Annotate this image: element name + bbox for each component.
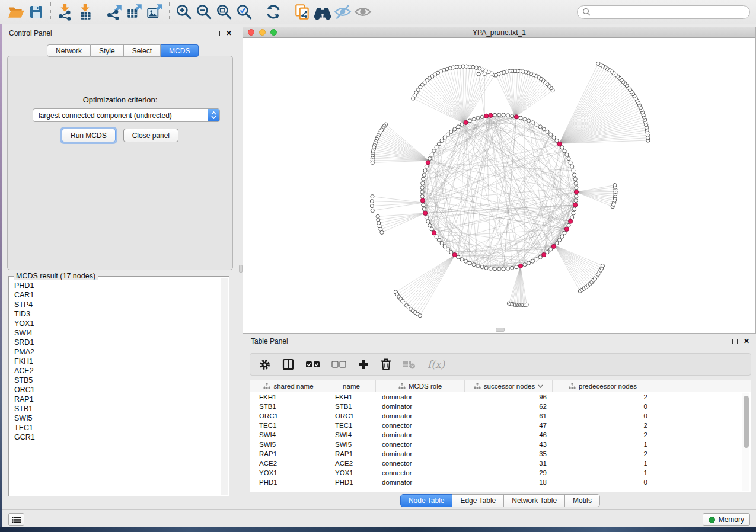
table-row[interactable]: TEC1TEC1connector472 (250, 421, 751, 430)
ring-node[interactable] (570, 165, 574, 168)
ring-node[interactable] (523, 117, 527, 121)
mcds-node[interactable] (426, 161, 430, 165)
ring-node[interactable] (421, 181, 425, 185)
table-row[interactable]: PHD1PHD1dominator180 (250, 477, 751, 487)
ring-node[interactable] (563, 149, 566, 153)
ring-node[interactable] (428, 223, 432, 227)
fan-node[interactable] (380, 230, 384, 234)
apply-preferred-layout-icon[interactable] (263, 2, 283, 22)
ring-node[interactable] (573, 207, 576, 211)
fan-node[interactable] (371, 209, 374, 212)
ring-node[interactable] (446, 133, 449, 136)
ring-node[interactable] (457, 255, 460, 259)
ring-node[interactable] (574, 181, 578, 185)
ring-node[interactable] (555, 242, 559, 245)
column-header-shared-name[interactable]: shared name (250, 380, 327, 392)
tab-network[interactable]: Network (47, 44, 91, 57)
ring-node[interactable] (435, 235, 438, 238)
table-scrollbar-thumb[interactable] (744, 396, 749, 448)
ring-node[interactable] (502, 113, 505, 117)
ring-node[interactable] (472, 117, 476, 121)
table-row[interactable]: RAP1RAP1dominator352 (250, 449, 751, 459)
mcds-result-item[interactable]: STB5 (9, 376, 220, 385)
ring-node[interactable] (511, 266, 514, 270)
import-network-icon[interactable] (55, 2, 75, 22)
ring-node[interactable] (484, 266, 488, 270)
tab-motifs[interactable]: Motifs (565, 494, 600, 507)
ring-node[interactable] (440, 139, 444, 142)
hide-selected-icon[interactable] (333, 2, 353, 22)
fan-node[interactable] (494, 73, 497, 77)
ring-node[interactable] (573, 173, 576, 177)
fan-node[interactable] (525, 303, 528, 306)
fan-node[interactable] (371, 161, 374, 164)
deselect-all-icon[interactable] (331, 360, 347, 369)
fan-node[interactable] (483, 72, 486, 75)
ring-node[interactable] (432, 149, 436, 153)
mcds-result-item[interactable]: SWI5 (9, 414, 220, 423)
search-input[interactable] (591, 8, 745, 16)
ring-node[interactable] (558, 238, 562, 242)
table-row[interactable]: SWI5SWI5connector431 (250, 440, 751, 449)
mcds-result-item[interactable]: YOX1 (9, 319, 220, 328)
mcds-node[interactable] (452, 252, 457, 257)
ring-node[interactable] (565, 153, 569, 156)
ring-node[interactable] (437, 142, 441, 146)
mcds-result-item[interactable]: STB1 (9, 404, 220, 414)
ring-node[interactable] (519, 116, 522, 120)
save-session-icon[interactable] (26, 2, 46, 22)
ring-node[interactable] (523, 263, 527, 267)
ring-node[interactable] (435, 146, 438, 149)
ring-node[interactable] (440, 242, 444, 245)
mcds-result-item[interactable]: RAP1 (9, 395, 220, 404)
zoom-out-icon[interactable] (194, 2, 214, 22)
mcds-result-item[interactable]: STP4 (9, 300, 220, 309)
ring-node[interactable] (575, 194, 578, 198)
ring-node[interactable] (542, 127, 546, 131)
ring-node[interactable] (468, 119, 471, 123)
mcds-node[interactable] (464, 120, 468, 124)
task-history-button[interactable] (8, 513, 24, 526)
mcds-node[interactable] (564, 227, 569, 231)
mcds-node[interactable] (573, 203, 578, 207)
ring-node[interactable] (560, 235, 564, 238)
ring-node[interactable] (489, 267, 492, 270)
ring-node[interactable] (420, 190, 424, 194)
close-panel-button[interactable]: Close panel (123, 129, 178, 142)
mcds-result-item[interactable]: GCR1 (9, 432, 220, 442)
fan-node[interactable] (601, 264, 604, 268)
ring-node[interactable] (468, 261, 471, 265)
float-panel-icon[interactable] (215, 31, 220, 36)
ring-node[interactable] (449, 130, 453, 133)
ring-node[interactable] (480, 265, 484, 269)
ring-node[interactable] (552, 136, 556, 139)
ring-node[interactable] (570, 216, 574, 219)
ring-node[interactable] (422, 173, 426, 177)
tab-select[interactable]: Select (124, 44, 161, 57)
ring-node[interactable] (420, 194, 424, 198)
table-row[interactable]: YOX1YOX1connector291 (250, 468, 751, 477)
zoom-selected-icon[interactable] (234, 2, 254, 22)
ring-node[interactable] (472, 263, 476, 267)
ring-node[interactable] (493, 113, 497, 117)
ring-node[interactable] (538, 255, 542, 259)
ring-node[interactable] (460, 258, 464, 261)
mcds-result-item[interactable]: TEC1 (9, 423, 220, 432)
mcds-result-item[interactable]: ACE2 (9, 366, 220, 376)
ring-node[interactable] (443, 136, 446, 139)
mcds-list-scrollbar[interactable] (221, 278, 228, 495)
table-row[interactable]: ORC1ORC1dominator610 (250, 411, 751, 421)
ring-node[interactable] (446, 248, 449, 251)
mcds-node[interactable] (432, 231, 436, 235)
ring-node[interactable] (449, 251, 453, 254)
mcds-node[interactable] (542, 252, 546, 257)
column-header-mcds-role[interactable]: MCDS role (376, 380, 465, 392)
ring-node[interactable] (426, 220, 430, 223)
zoom-fit-icon[interactable] (214, 2, 234, 22)
tab-edge-table[interactable]: Edge Table (452, 494, 504, 507)
ring-node[interactable] (476, 116, 480, 120)
table-row[interactable]: FKH1FKH1dominator962 (250, 392, 751, 402)
ring-node[interactable] (453, 127, 457, 131)
float-table-panel-icon[interactable] (732, 339, 738, 344)
mcds-result-item[interactable]: FKH1 (9, 357, 220, 366)
